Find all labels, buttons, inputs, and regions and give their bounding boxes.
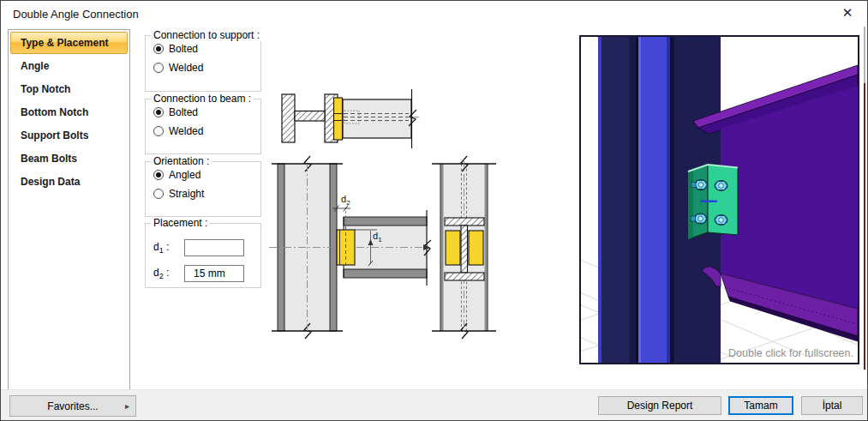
group-connection-to-support: Connection to support : Bolted Welded bbox=[145, 35, 261, 92]
d1-input[interactable] bbox=[184, 239, 244, 256]
radio-icon[interactable] bbox=[153, 189, 164, 199]
cancel-button[interactable]: İptal bbox=[801, 396, 863, 415]
radio-support-bolted[interactable]: Bolted bbox=[153, 43, 260, 55]
bolt-icon bbox=[715, 181, 727, 191]
group-connection-to-beam: Connection to beam : Bolted Welded bbox=[145, 99, 261, 154]
radio-beam-welded[interactable]: Welded bbox=[153, 125, 260, 137]
preview-dimension-line bbox=[700, 201, 717, 203]
radio-icon[interactable] bbox=[153, 63, 164, 73]
angle-section-yellow-right bbox=[469, 231, 483, 265]
group-title: Connection to support : bbox=[151, 29, 262, 41]
section-view-drawing bbox=[432, 156, 496, 339]
sidebar-item-design-data[interactable]: Design Data bbox=[10, 171, 128, 193]
preview-3d-render: Double click for fullscreen. bbox=[581, 37, 858, 363]
angle-section-yellow-left bbox=[446, 231, 460, 265]
radio-support-welded[interactable]: Welded bbox=[153, 62, 260, 74]
elevation-view-drawing: d2 d1 bbox=[269, 156, 431, 339]
radio-icon[interactable] bbox=[153, 170, 164, 180]
sidebar: Type & Placement Angle Top Notch Bottom … bbox=[8, 29, 130, 390]
radio-orientation-straight[interactable]: Straight bbox=[153, 188, 260, 200]
beam-plan bbox=[343, 99, 411, 138]
group-title: Orientation : bbox=[151, 155, 212, 167]
close-icon[interactable]: ✕ bbox=[835, 3, 860, 23]
radio-icon[interactable] bbox=[153, 107, 164, 117]
design-report-button[interactable]: Design Report bbox=[598, 396, 721, 415]
d1-label: d1 : bbox=[153, 241, 184, 255]
group-title: Placement : bbox=[151, 217, 210, 229]
right-edge-strip bbox=[864, 27, 865, 83]
sidebar-item-beam-bolts[interactable]: Beam Bolts bbox=[10, 147, 128, 170]
sidebar-item-angle[interactable]: Angle bbox=[10, 55, 128, 77]
double-angle-connection-dialog: Double Angle Connection ✕ Type & Placeme… bbox=[0, 0, 868, 421]
d2-label: d2 : bbox=[153, 267, 184, 280]
bolt-icon bbox=[715, 215, 727, 226]
sidebar-item-type-placement[interactable]: Type & Placement bbox=[10, 32, 128, 54]
angle-plan-yellow bbox=[334, 98, 343, 140]
preview-angle-green bbox=[688, 165, 738, 239]
group-placement: Placement : d1 : d2 : bbox=[145, 223, 261, 288]
d2-dimension-label: d2 bbox=[341, 194, 350, 207]
d2-input[interactable] bbox=[184, 265, 244, 282]
sidebar-item-top-notch[interactable]: Top Notch bbox=[10, 78, 128, 100]
fullscreen-hint: Double click for fullscreen. bbox=[728, 347, 853, 359]
footer-bar: Favorites... ▸ Design Report Tamam İptal bbox=[1, 389, 867, 420]
connection-diagram: d2 d1 bbox=[262, 82, 579, 370]
radio-beam-bolted[interactable]: Bolted bbox=[153, 106, 260, 118]
ok-button[interactable]: Tamam bbox=[728, 396, 793, 415]
sidebar-item-support-bolts[interactable]: Support Bolts bbox=[10, 124, 128, 147]
group-title: Connection to beam : bbox=[151, 93, 254, 105]
group-orientation: Orientation : Angled Straight bbox=[145, 161, 261, 217]
right-edge-strip bbox=[864, 83, 865, 370]
plan-view-drawing bbox=[282, 89, 419, 148]
radio-icon[interactable] bbox=[153, 126, 164, 136]
radio-orientation-angled[interactable]: Angled bbox=[153, 169, 260, 181]
preview-3d-viewport[interactable]: Double click for fullscreen. bbox=[579, 35, 859, 364]
window-title: Double Angle Connection bbox=[13, 8, 139, 21]
sidebar-item-bottom-notch[interactable]: Bottom Notch bbox=[10, 101, 128, 123]
radio-icon[interactable] bbox=[153, 44, 164, 54]
favorites-button[interactable]: Favorites... ▸ bbox=[9, 395, 136, 417]
chevron-right-icon: ▸ bbox=[125, 401, 129, 411]
